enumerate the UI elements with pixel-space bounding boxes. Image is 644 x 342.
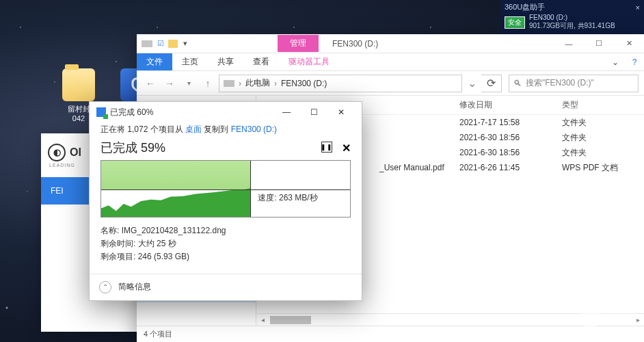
ribbon-tab-drivetools[interactable]: 驱动器工具 (279, 53, 339, 70)
folder-icon (62, 68, 95, 101)
chevron-right-icon[interactable]: › (274, 79, 277, 88)
minimize-button[interactable]: — (554, 34, 584, 53)
cancel-button[interactable]: ✕ (342, 142, 351, 155)
svg-point-2 (587, 314, 588, 315)
titlebar[interactable]: ☑ ▾ 管理 FEN300 (D:) — ☐ ✕ (137, 34, 644, 53)
copy-details: 名称: IMG_20210428_131122.dng 剩余时间: 大约 25 … (90, 218, 362, 274)
brand-text: OI (70, 146, 81, 159)
svg-rect-1 (585, 316, 595, 320)
pause-button[interactable]: ❚❚ (321, 142, 332, 153)
destination-link[interactable]: FEN300 (D:) (231, 124, 277, 134)
svg-point-3 (589, 314, 591, 315)
svg-rect-0 (142, 40, 152, 47)
progress-percent: 已完成 59% (100, 140, 165, 156)
router-icon (578, 305, 602, 328)
brand-logo-icon: ◐ (48, 144, 66, 161)
breadcrumb-root[interactable]: 此电脑 (245, 77, 270, 89)
nav-back-button[interactable]: ← (142, 75, 159, 92)
chevron-up-icon[interactable]: ⌃ (99, 281, 111, 293)
chevron-right-icon[interactable]: › (239, 79, 241, 88)
ribbon-context-tab[interactable]: 管理 (278, 35, 319, 52)
refresh-button[interactable]: ⟳ (481, 75, 502, 92)
dialog-footer[interactable]: ⌃ 简略信息 (90, 274, 362, 300)
usb-capacity-label: 901.73GB可用, 共931.41GB (529, 21, 615, 31)
qat-newfolder-icon[interactable] (168, 40, 178, 48)
ribbon-tab-file[interactable]: 文件 (137, 53, 172, 70)
ribbon-tab-view[interactable]: 查看 (243, 53, 279, 70)
close-icon[interactable]: × (636, 3, 640, 12)
usb-drive-label: FEN300 (D:) (529, 14, 615, 21)
column-header-date[interactable]: 修改日期 (459, 99, 562, 111)
copy-description: 正在将 1,072 个项目从 桌面 复制到 FEN300 (D:) (90, 122, 362, 137)
qat-overflow-icon[interactable]: ▾ (179, 38, 191, 50)
close-button[interactable]: ✕ (614, 34, 644, 53)
address-bar[interactable]: › 此电脑 › FEN300 (D:) (219, 75, 462, 92)
scroll-left-icon[interactable]: ◂ (256, 316, 269, 324)
copy-progress-dialog[interactable]: 已完成 60% — ☐ ✕ 正在将 1,072 个项目从 桌面 复制到 FEN3… (89, 101, 362, 301)
search-placeholder: 搜索"FEN300 (D:)" (526, 77, 594, 89)
address-dropdown-icon[interactable]: ⌄ (465, 77, 479, 90)
current-file-name: IMG_20210428_131122.dng (122, 226, 226, 235)
source-link[interactable]: 桌面 (185, 124, 202, 134)
nav-up-button[interactable]: ↑ (200, 75, 216, 92)
close-button[interactable]: ✕ (327, 102, 355, 122)
search-input[interactable]: 🔍︎ 搜索"FEN300 (D:)" (509, 75, 639, 92)
breadcrumb-leaf[interactable]: FEN300 (D:) (281, 79, 327, 88)
watermark-sub: luyouqi (607, 319, 636, 326)
dialog-titlebar[interactable]: 已完成 60% — ☐ ✕ (90, 102, 362, 122)
speed-label: 速度: 263 MB/秒 (258, 192, 317, 204)
maximize-button[interactable]: ☐ (300, 102, 327, 122)
minimize-button[interactable]: — (273, 102, 300, 122)
maximize-button[interactable]: ☐ (584, 34, 614, 53)
scrollbar-thumb[interactable] (270, 316, 311, 324)
watermark: 路由器 luyouqi (578, 305, 636, 328)
qat-properties-icon[interactable]: ☑ (155, 38, 167, 50)
chart-progress-marker (250, 161, 251, 217)
search-icon: 🔍︎ (513, 79, 522, 88)
dialog-title: 已完成 60% (110, 107, 153, 118)
safe-badge: 安全 (505, 16, 525, 29)
toggle-details-label: 简略信息 (118, 281, 151, 293)
column-header-type[interactable]: 类型 (562, 99, 644, 111)
nav-history-button[interactable]: ▾ (180, 75, 197, 92)
items-remaining: 246 (5.93 GB) (138, 252, 189, 261)
speed-chart: 速度: 263 MB/秒 (100, 160, 351, 218)
usb-helper-title: 360U盘助手 (505, 2, 545, 12)
navigation-bar: ← → ▾ ↑ › 此电脑 › FEN300 (D:) ⌄ ⟳ 🔍︎ 搜索"FE… (137, 71, 644, 96)
ribbon-tabs: 文件 主页 共享 查看 驱动器工具 ⌄ ? (137, 53, 644, 71)
help-icon[interactable]: ? (625, 53, 644, 70)
watermark-text: 路由器 (607, 307, 636, 319)
chart-upper-fill (101, 161, 250, 189)
drive-icon (141, 38, 153, 50)
svg-point-4 (592, 314, 593, 315)
ribbon-tab-home[interactable]: 主页 (172, 53, 208, 70)
time-remaining: 大约 25 秒 (138, 239, 176, 248)
usb-helper-panel: 360U盘助手 × 安全 FEN300 (D:) 901.73GB可用, 共93… (500, 0, 644, 34)
ribbon-expand-icon[interactable]: ⌄ (606, 53, 625, 70)
status-bar: 4 个项目 (137, 326, 644, 342)
nav-forward-button[interactable]: → (161, 75, 178, 92)
ribbon-tab-share[interactable]: 共享 (208, 53, 243, 70)
drive-icon (224, 80, 234, 87)
chart-midline (101, 189, 350, 190)
window-title: FEN300 (D:) (332, 39, 378, 49)
copy-icon (96, 107, 106, 117)
status-item-count: 4 个项目 (144, 329, 172, 339)
